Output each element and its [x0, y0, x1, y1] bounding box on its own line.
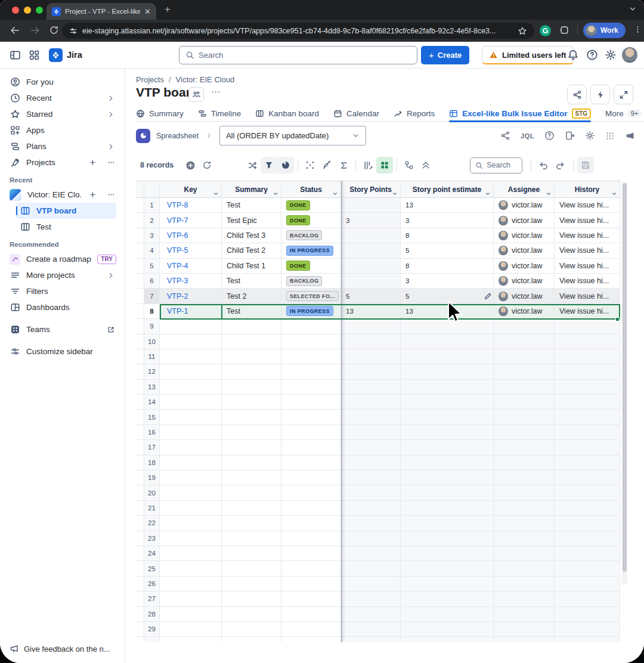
empty-cell[interactable]: [494, 349, 555, 364]
row-number[interactable]: 14: [144, 395, 160, 410]
row-select-cell[interactable]: [136, 304, 144, 319]
sidebar-item-plans[interactable]: Plans: [0, 138, 125, 154]
empty-cell[interactable]: [222, 456, 281, 470]
minimize-window-button[interactable]: [24, 7, 31, 14]
back-button[interactable]: [10, 25, 20, 36]
empty-cell[interactable]: [555, 637, 620, 642]
cell-story-point-estimate[interactable]: 3: [401, 274, 494, 289]
empty-cell[interactable]: [222, 425, 281, 440]
row-select-cell[interactable]: [136, 607, 144, 622]
empty-cell[interactable]: [401, 561, 494, 576]
empty-cell[interactable]: [555, 622, 620, 637]
empty-cell[interactable]: [555, 531, 620, 546]
empty-cell[interactable]: [281, 440, 341, 455]
shuffle-rank-button[interactable]: [244, 157, 261, 174]
cell-assignee[interactable]: victor.law: [494, 228, 555, 243]
row-number[interactable]: 24: [144, 546, 160, 561]
row-number[interactable]: 11: [144, 349, 160, 364]
cell-story-points[interactable]: 5: [341, 289, 401, 303]
new-tab-button[interactable]: +: [165, 4, 171, 16]
cell-story-points[interactable]: [341, 198, 401, 213]
empty-cell[interactable]: [401, 349, 494, 364]
grid-scrollbar[interactable]: [622, 182, 627, 585]
row-number[interactable]: 25: [144, 561, 160, 576]
empty-cell[interactable]: [341, 395, 401, 410]
row-number[interactable]: 23: [144, 531, 160, 546]
row-number[interactable]: 6: [144, 274, 160, 289]
share-button[interactable]: [567, 85, 587, 104]
empty-cell[interactable]: [494, 456, 555, 470]
empty-cell[interactable]: [401, 637, 494, 642]
browser-profile-chip[interactable]: Work: [583, 23, 626, 38]
cell-status[interactable]: SELECTED FO...: [281, 289, 341, 303]
row-select-cell[interactable]: [136, 213, 144, 228]
empty-cell[interactable]: [222, 577, 281, 591]
empty-cell[interactable]: [222, 440, 281, 455]
row-select-cell[interactable]: [136, 531, 144, 546]
column-menu-chevron-icon[interactable]: [213, 191, 219, 197]
empty-cell[interactable]: [281, 607, 341, 622]
cell-story-point-estimate[interactable]: 3: [401, 213, 494, 228]
column-menu-chevron-icon[interactable]: [485, 191, 491, 197]
cell-assignee[interactable]: victor.law: [494, 259, 555, 274]
row-select-cell[interactable]: [136, 440, 144, 455]
sidebar-item-projects[interactable]: Projects: [0, 154, 125, 171]
cell-key[interactable]: VTP-3: [160, 274, 222, 289]
empty-cell[interactable]: [401, 395, 494, 410]
empty-cell[interactable]: [494, 425, 555, 440]
cell-history[interactable]: View issue hi...: [555, 228, 620, 243]
row-select-cell[interactable]: [136, 591, 144, 606]
empty-cell[interactable]: [341, 425, 401, 440]
view-selector[interactable]: All (ORDER BY updatedDate): [219, 126, 366, 145]
hierarchy-button[interactable]: [401, 157, 417, 174]
address-bar[interactable]: eie-staging.atlassian.net/jira/software/…: [62, 23, 534, 39]
automation-lightning-button[interactable]: [590, 85, 610, 104]
app-switcher-icon[interactable]: [29, 49, 40, 61]
row-number[interactable]: 5: [144, 259, 160, 274]
row-select-cell[interactable]: [136, 228, 144, 243]
row-number[interactable]: 30: [144, 637, 160, 642]
empty-cell[interactable]: [341, 380, 401, 395]
columns-edit-button[interactable]: [360, 157, 376, 174]
cell-story-point-estimate[interactable]: 13: [401, 304, 494, 319]
empty-cell[interactable]: [401, 380, 494, 395]
empty-cell[interactable]: [341, 577, 401, 591]
row-number[interactable]: 10: [144, 334, 160, 349]
chart-button[interactable]: [277, 157, 294, 174]
zoom-window-button[interactable]: [36, 7, 43, 14]
empty-cell[interactable]: [341, 637, 401, 642]
empty-cell[interactable]: [494, 501, 555, 516]
tab-reports[interactable]: Reports: [394, 106, 435, 122]
empty-cell[interactable]: [281, 334, 341, 349]
search-input[interactable]: [199, 51, 411, 60]
row-select-cell[interactable]: [136, 577, 144, 591]
column-menu-chevron-icon[interactable]: [546, 191, 552, 197]
column-header-story-point-estimate[interactable]: Story point estimate: [401, 181, 494, 198]
empty-cell[interactable]: [281, 485, 341, 500]
cell-story-points[interactable]: [341, 259, 401, 274]
row-number[interactable]: 22: [144, 516, 160, 531]
redo-button[interactable]: [552, 157, 568, 174]
empty-cell[interactable]: [401, 364, 494, 379]
cell-status[interactable]: IN PROGRESS: [281, 243, 341, 258]
empty-cell[interactable]: [341, 364, 401, 379]
sum-sigma-button[interactable]: [335, 157, 352, 174]
undo-button[interactable]: [535, 157, 552, 174]
empty-cell[interactable]: [160, 364, 222, 379]
row-number[interactable]: 4: [144, 243, 160, 258]
empty-cell[interactable]: [222, 561, 281, 576]
sidebar-item-teams[interactable]: Teams: [0, 321, 125, 337]
cell-summary[interactable]: Test: [222, 304, 281, 319]
cell-key[interactable]: VTP-2: [160, 289, 222, 303]
empty-cell[interactable]: [160, 334, 222, 349]
empty-cell[interactable]: [341, 516, 401, 531]
notifications-bell-icon[interactable]: [567, 49, 579, 61]
sidebar-item-dashboards[interactable]: Dashboards: [0, 299, 125, 315]
fill-handle[interactable]: [615, 317, 620, 321]
row-select-cell[interactable]: [136, 561, 144, 576]
empty-cell[interactable]: [160, 395, 222, 410]
empty-cell[interactable]: [555, 577, 620, 591]
row-select-cell[interactable]: [136, 243, 144, 258]
empty-cell[interactable]: [281, 349, 341, 364]
row-number[interactable]: 8: [144, 304, 160, 319]
